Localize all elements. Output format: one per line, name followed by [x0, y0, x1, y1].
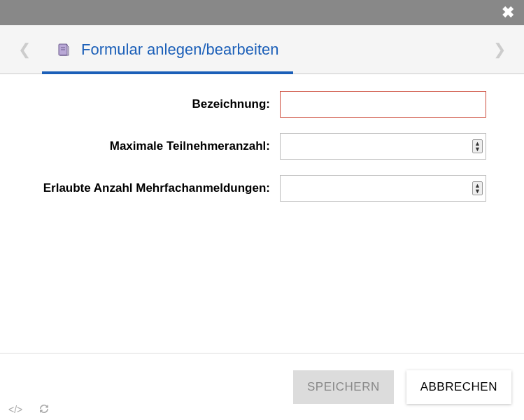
input-mehrfach[interactable]	[286, 178, 480, 198]
label-max-teilnehmer: Maximale Teilnehmeranzahl:	[28, 139, 280, 153]
refresh-icon[interactable]	[39, 404, 49, 416]
stepper-icon[interactable]: ▲▼	[472, 139, 483, 153]
label-bezeichnung: Bezeichnung:	[28, 97, 280, 111]
code-icon[interactable]: </>	[8, 404, 22, 416]
label-mehrfach: Erlaubte Anzahl Mehrfachanmeldungen:	[28, 181, 280, 195]
dialog-footer: SPEICHERN ABBRECHEN </>	[0, 353, 524, 420]
tab-bar: ❮ Formular anlegen/bearbeiten ❯	[0, 25, 524, 74]
cancel-button[interactable]: ABBRECHEN	[406, 370, 511, 404]
chevron-right-icon[interactable]: ❯	[489, 41, 510, 59]
close-icon[interactable]: ✖	[502, 5, 514, 20]
field-row-bezeichnung: Bezeichnung:	[28, 91, 496, 118]
form-icon	[56, 42, 71, 57]
stepper-icon[interactable]: ▲▼	[472, 181, 483, 195]
tab-form-edit[interactable]: Formular anlegen/bearbeiten	[42, 25, 293, 74]
input-max-teilnehmer-wrapper: ▲▼	[280, 133, 486, 160]
field-row-mehrfach: Erlaubte Anzahl Mehrfachanmeldungen: ▲▼	[28, 175, 496, 202]
chevron-left-icon[interactable]: ❮	[14, 41, 35, 59]
button-row: SPEICHERN ABBRECHEN	[0, 354, 524, 404]
save-button[interactable]: SPEICHERN	[293, 370, 394, 404]
field-row-max-teilnehmer: Maximale Teilnehmeranzahl: ▲▼	[28, 133, 496, 160]
dialog-titlebar: ✖	[0, 0, 524, 25]
input-mehrfach-wrapper: ▲▼	[280, 175, 486, 202]
input-max-teilnehmer[interactable]	[286, 136, 480, 156]
tab-label: Formular anlegen/bearbeiten	[81, 41, 279, 59]
form-area: Bezeichnung: Maximale Teilnehmeranzahl: …	[0, 74, 524, 234]
input-bezeichnung[interactable]	[280, 91, 486, 118]
footer-icons: </>	[8, 404, 49, 416]
